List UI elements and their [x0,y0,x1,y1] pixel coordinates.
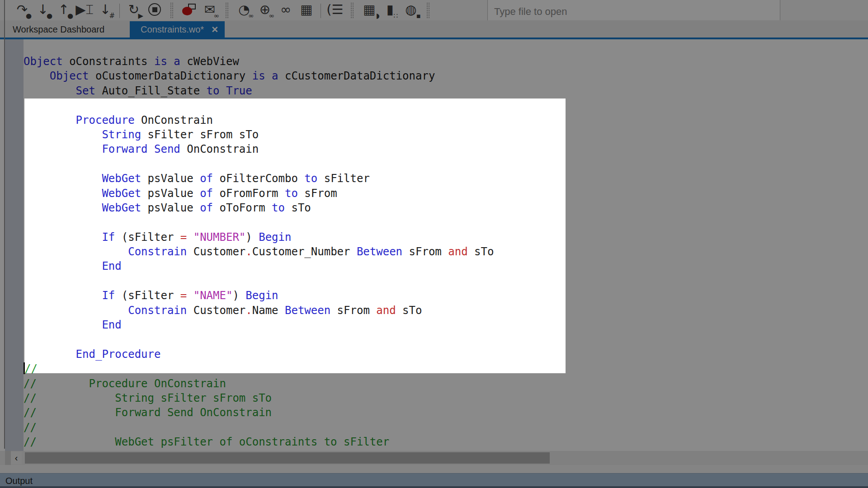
run-to-cursor-icon: ▶⌶ [75,3,94,16]
code-line: WebGet psValue of oFromForm to sFrom [24,186,494,201]
step-over-button[interactable]: ↷● [12,0,33,20]
database-table-icon: ▦◗ [363,3,375,16]
code-line: Set Auto_Fill_State to True [24,84,494,98]
scrollbar-corner [5,451,11,465]
code-line: // [24,361,494,376]
code-line: // Forward Send OnConstrain [24,405,494,420]
toggle-breakpoint-icon [182,4,196,15]
code-line: Constrain Customer.Name Between sFrom an… [24,303,494,318]
step-into-icon: ↓● [38,3,48,16]
step-into-button[interactable]: ↓● [33,0,53,20]
code-line: String sFilter sFrom sTo [24,127,494,142]
toolbar: ↷●↓●↑●▶⌶↓#↻▶✉∞◔∞⊕∞∞▦(☰▦◗▮∷◍▪ [0,0,868,20]
panel-gap [0,465,868,473]
code-line: If (sFilter = "NAME") Begin [24,288,494,303]
step-count-icon: ↓# [100,3,111,16]
toolbar-separator [119,4,120,18]
stop-debugging-icon [148,3,161,16]
step-count-button[interactable]: ↓# [95,0,116,20]
code-line [24,274,494,288]
code-line: Constrain Customer.Customer_Number Betwe… [24,244,494,259]
watch-expression-icon: ◔∞ [238,3,250,16]
close-icon[interactable]: ✕ [211,24,218,35]
code-line: End [24,318,494,332]
panel-left-border [4,0,5,449]
code-line: Object oConstraints is a cWebView [24,54,494,69]
file-open-input[interactable] [487,0,780,20]
trace-message-icon: ✉∞ [204,3,215,16]
output-panel-edge [0,486,868,488]
restart-debugging-button[interactable]: ↻▶ [123,0,144,20]
editor-gutter[interactable] [5,39,24,451]
editor-pane[interactable]: Object oConstraints is a cWebView Object… [0,39,868,451]
watch-web-property-button[interactable]: ⊕∞ [255,0,275,20]
watch-web-property-icon: ⊕∞ [259,3,270,16]
run-to-cursor-button[interactable]: ▶⌶ [74,0,95,20]
code-line: Object oCustomerDataDictionary is a cCus… [24,69,494,83]
stop-debugging-button[interactable] [144,0,165,20]
tab-label: Workspace Dashboard [13,24,104,35]
code-line: // WebGet psFilter of oConstraints to sF… [24,435,494,449]
code-line [24,215,494,230]
web-database-icon: ◍▪ [405,3,416,16]
code-editor[interactable]: Object oConstraints is a cWebView Object… [24,54,494,450]
tab-row: Workspace DashboardConstraints.wo*✕ [0,20,868,38]
toolbar-grip [427,3,429,18]
code-line: // [24,420,494,435]
toolbar-grip [226,3,228,18]
code-line [24,98,494,113]
tab-strip: Workspace DashboardConstraints.wo*✕ [0,20,868,38]
code-line: // Procedure OnConstrain [24,376,494,391]
inspect-locals-icon: ∞ [280,3,291,16]
step-over-icon: ↷● [17,3,28,16]
code-line: End [24,259,494,273]
toolbar-grip [170,3,173,18]
code-line [24,332,494,347]
scroll-left-button[interactable]: ‹ [11,452,22,464]
step-out-icon: ↑● [58,3,69,16]
toggle-breakpoint-button[interactable] [179,0,199,20]
code-line: // String sFilter sFrom sTo [24,391,494,405]
code-line: WebGet psValue of oFilterCombo to sFilte… [24,171,494,186]
code-line: Forward Send OnConstrain [24,142,494,156]
step-out-button[interactable]: ↑● [53,0,74,20]
code-line: End_Procedure [24,347,494,361]
toolbar-grip [351,3,354,18]
code-line [24,157,494,171]
database-builder-icon: ▮∷ [387,3,394,16]
data-grid-button[interactable]: ▦ [296,0,317,20]
trace-message-button[interactable]: ✉∞ [199,0,220,20]
tab-constraints-wo[interactable]: Constraints.wo*✕ [130,21,225,38]
code-line: WebGet psValue of oToForm to sTo [24,201,494,215]
code-line: If (sFilter = "NUMBER") Begin [24,230,494,244]
horizontal-scrollbar[interactable]: ‹ [0,451,868,465]
code-line: Procedure OnConstrain [24,113,494,127]
database-table-button[interactable]: ▦◗ [359,0,380,20]
scrollbar-thumb[interactable] [25,452,550,464]
watch-expression-button[interactable]: ◔∞ [234,0,255,20]
data-grid-icon: ▦ [300,3,312,16]
call-stack-button[interactable]: (☰ [325,0,345,20]
output-panel-label: Output [0,474,33,486]
web-database-button[interactable]: ◍▪ [401,0,421,20]
database-builder-button[interactable]: ▮∷ [380,0,401,20]
tab-workspace-dashboard[interactable]: Workspace Dashboard [5,21,113,38]
inspect-locals-button[interactable]: ∞ [275,0,296,20]
toolbar-separator [321,4,321,18]
tab-label: Constraints.wo* [141,24,204,35]
call-stack-icon: (☰ [326,3,343,16]
restart-debugging-icon: ↻▶ [128,3,139,16]
